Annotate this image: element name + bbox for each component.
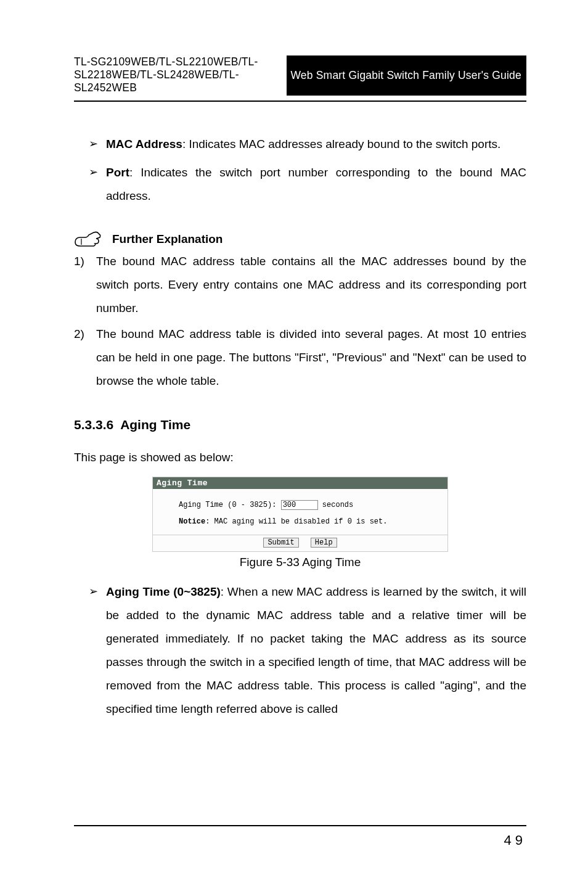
figure-aging-time: Aging Time Aging Time (0 - 3825): second… (152, 477, 448, 552)
lead-paragraph: This page is showed as below: (74, 446, 526, 469)
list-item: Port: Indicates the switch port number c… (89, 161, 526, 208)
section-title: Aging Time (120, 417, 190, 432)
further-explanation-header: Further Explanation (74, 230, 526, 248)
definition-list: MAC Address: Indicates MAC addresses alr… (74, 133, 526, 208)
header-models: TL-SG2109WEB/TL-SL2210WEB/TL-SL2218WEB/T… (74, 55, 287, 96)
term-mac-address: MAC Address (106, 138, 182, 150)
section-heading: 5.3.3.6 Aging Time (74, 417, 526, 432)
list-item: The bound MAC address table contains all… (74, 250, 526, 320)
footer-rule (74, 825, 526, 826)
aging-time-panel: Aging Time Aging Time (0 - 3825): second… (152, 477, 448, 552)
notice-text: : MAC aging will be disabled if 0 is set… (205, 517, 387, 526)
figure-caption: Figure 5-33 Aging Time (74, 556, 526, 569)
notice-prefix: Notice (179, 517, 205, 526)
list-item: Aging Time (0~3825): When a new MAC addr… (89, 580, 526, 721)
aging-time-label: Aging Time (0 - 3825): (179, 501, 276, 509)
list-item: The bound MAC address table is divided i… (74, 322, 526, 393)
term-port: Port (106, 166, 129, 179)
desc-mac-address: : Indicates MAC addresses already bound … (182, 138, 500, 150)
hand-pointing-icon (74, 230, 102, 248)
page-number: 49 (504, 832, 526, 848)
term-aging-time: Aging Time (0~3825) (106, 585, 221, 598)
numbered-list: The bound MAC address table contains all… (74, 250, 526, 393)
header-rule (74, 101, 526, 102)
definition-list-aging: Aging Time (0~3825): When a new MAC addr… (74, 580, 526, 721)
submit-button[interactable]: Submit (263, 538, 298, 548)
desc-port: : Indicates the switch port number corre… (106, 166, 526, 202)
panel-footer: Submit Help (153, 535, 447, 551)
list-item: MAC Address: Indicates MAC addresses alr… (89, 133, 526, 156)
panel-title: Aging Time (153, 477, 447, 489)
aging-time-input[interactable] (281, 500, 318, 510)
further-explanation-title: Further Explanation (112, 232, 223, 246)
aging-time-unit: seconds (322, 501, 353, 509)
help-button[interactable]: Help (311, 538, 337, 548)
desc-aging-time: : When a new MAC address is learned by t… (106, 585, 526, 715)
header-guide-title: Web Smart Gigabit Switch Family User's G… (287, 55, 526, 96)
panel-notice: Notice: MAC aging will be disabled if 0 … (179, 517, 422, 526)
section-number: 5.3.3.6 (74, 417, 113, 432)
page-header: TL-SG2109WEB/TL-SL2210WEB/TL-SL2218WEB/T… (74, 55, 526, 96)
panel-body: Aging Time (0 - 3825): seconds Notice: M… (153, 489, 447, 535)
